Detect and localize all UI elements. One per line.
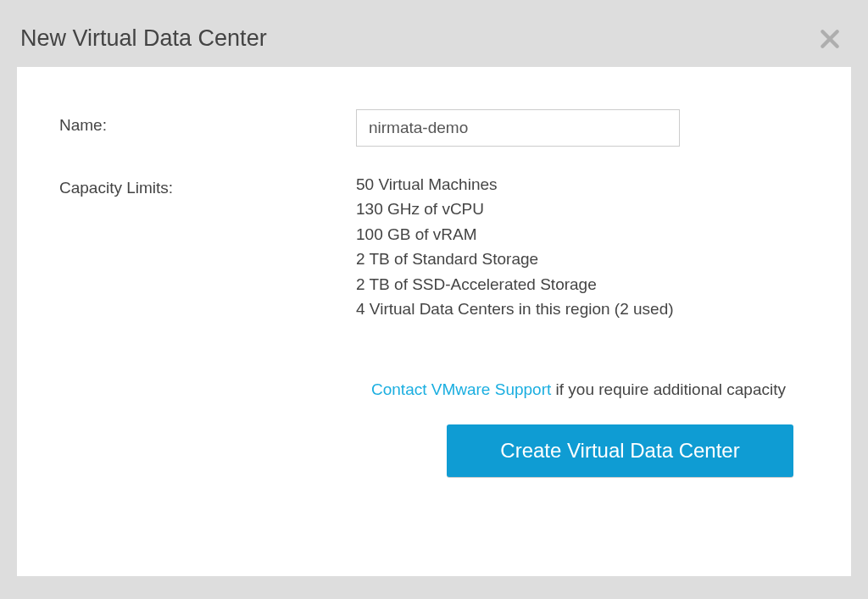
name-field-col [356, 109, 809, 147]
limit-item: 2 TB of Standard Storage [356, 247, 809, 271]
create-vdc-button[interactable]: Create Virtual Data Center [447, 424, 793, 477]
support-text: Contact VMware Support if you require ad… [371, 380, 786, 399]
capacity-field-col: 50 Virtual Machines 130 GHz of vCPU 100 … [356, 172, 809, 322]
limit-item: 50 Virtual Machines [356, 172, 809, 197]
capacity-label: Capacity Limits: [59, 172, 356, 322]
modal-body: Name: Capacity Limits: 50 Virtual Machin… [17, 67, 851, 576]
name-input[interactable] [356, 109, 680, 147]
modal-title: New Virtual Data Center [20, 25, 267, 52]
limit-item: 100 GB of vRAM [356, 222, 809, 247]
name-row: Name: [59, 109, 809, 147]
limit-item: 2 TB of SSD-Accelerated Storage [356, 272, 809, 297]
capacity-row: Capacity Limits: 50 Virtual Machines 130… [59, 172, 809, 322]
contact-support-link[interactable]: Contact VMware Support [371, 380, 551, 398]
support-suffix: if you require additional capacity [551, 380, 786, 398]
limit-item: 130 GHz of vCPU [356, 197, 809, 221]
limit-item: 4 Virtual Data Centers in this region (2… [356, 297, 809, 321]
close-icon[interactable] [819, 28, 848, 50]
modal-header: New Virtual Data Center [0, 0, 868, 67]
capacity-limits-list: 50 Virtual Machines 130 GHz of vCPU 100 … [356, 172, 809, 322]
name-label: Name: [59, 109, 356, 147]
